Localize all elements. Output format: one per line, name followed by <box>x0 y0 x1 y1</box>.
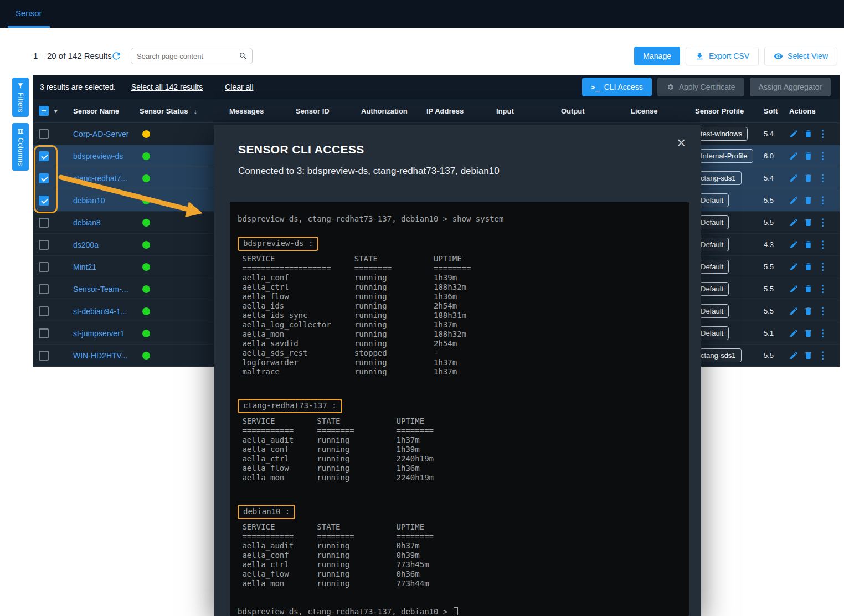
sensor-name-link[interactable]: debian8 <box>73 218 101 227</box>
row-checkbox[interactable] <box>39 284 49 294</box>
service-row: aella_ids running 2h54m <box>238 301 682 311</box>
row-checkbox[interactable] <box>39 196 49 206</box>
apply-certificate-button[interactable]: Apply Certificate <box>657 78 744 96</box>
columns-button[interactable]: Columns <box>12 123 29 171</box>
col-input[interactable]: Input <box>491 107 555 115</box>
close-icon[interactable]: × <box>677 136 686 151</box>
row-checkbox[interactable] <box>39 218 49 228</box>
sensor-name-link[interactable]: st-jumpserver1 <box>73 329 125 338</box>
edit-icon[interactable] <box>789 240 799 249</box>
edit-icon[interactable] <box>789 129 799 138</box>
col-sensor-name[interactable]: Sensor Name <box>68 107 134 115</box>
col-authorization[interactable]: Authorization <box>356 107 421 115</box>
trash-icon[interactable] <box>804 129 813 138</box>
sensor-name-link[interactable]: debian10 <box>73 196 105 205</box>
service-row: aella_mon running 773h44m <box>238 579 682 588</box>
kebab-menu-icon[interactable]: ⋮ <box>818 284 827 294</box>
edit-icon[interactable] <box>789 262 799 271</box>
assign-aggregator-button[interactable]: Assign Aggregator <box>750 78 831 96</box>
trash-icon[interactable] <box>804 218 813 227</box>
row-checkbox[interactable] <box>39 262 49 272</box>
edit-icon[interactable] <box>789 151 799 161</box>
status-dot <box>142 352 150 360</box>
row-checkbox[interactable] <box>39 173 49 183</box>
host-section-label: debian10 : <box>238 504 682 520</box>
software-version: 6.0 <box>764 152 774 160</box>
kebab-menu-icon[interactable]: ⋮ <box>818 129 827 138</box>
row-checkbox[interactable] <box>39 306 49 316</box>
col-sensor-id[interactable]: Sensor ID <box>290 107 356 115</box>
sensor-profile-value[interactable]: ctang-sds1 <box>695 171 742 185</box>
sensor-name-link[interactable]: ctang-redhat7... <box>73 174 127 183</box>
kebab-menu-icon[interactable]: ⋮ <box>818 262 827 271</box>
trash-icon[interactable] <box>804 328 813 338</box>
kebab-menu-icon[interactable]: ⋮ <box>818 173 827 183</box>
export-csv-button[interactable]: Export CSV <box>686 47 759 65</box>
sensor-profile-value[interactable]: ctang-sds1 <box>695 348 742 362</box>
service-row: aella_mon running 188h32m <box>238 330 682 339</box>
row-checkbox[interactable] <box>39 129 49 139</box>
edit-icon[interactable] <box>789 284 799 294</box>
status-dot <box>142 152 150 160</box>
chevron-down-icon[interactable]: ▾ <box>54 107 58 115</box>
status-dot <box>142 241 150 249</box>
refresh-icon[interactable] <box>111 50 122 61</box>
kebab-menu-icon[interactable]: ⋮ <box>818 196 827 205</box>
sensor-name-link[interactable]: Mint21 <box>73 263 96 271</box>
sensor-profile-value[interactable]: test-windows <box>695 127 748 141</box>
kebab-menu-icon[interactable]: ⋮ <box>818 328 827 338</box>
edit-icon[interactable] <box>789 306 799 316</box>
sensor-profile-value[interactable]: Internal-Profile <box>695 149 753 163</box>
cli-access-button[interactable]: >_ CLI Access <box>582 78 652 96</box>
manage-button[interactable]: Manage <box>634 47 680 65</box>
kebab-menu-icon[interactable]: ⋮ <box>818 306 827 316</box>
col-ip-address[interactable]: IP Address <box>421 107 491 115</box>
edit-icon[interactable] <box>789 328 799 338</box>
row-checkbox[interactable] <box>39 151 49 161</box>
row-checkbox[interactable] <box>39 328 49 338</box>
sensor-name-link[interactable]: ds200a <box>73 240 99 249</box>
col-software[interactable]: Soft <box>758 107 784 115</box>
select-all-link[interactable]: Select all 142 results <box>131 83 203 91</box>
trash-icon[interactable] <box>804 262 813 271</box>
trash-icon[interactable] <box>804 196 813 205</box>
kebab-menu-icon[interactable]: ⋮ <box>818 218 827 227</box>
sensor-name-link[interactable]: bdspreview-ds <box>73 152 123 161</box>
trash-icon[interactable] <box>804 351 813 360</box>
kebab-menu-icon[interactable]: ⋮ <box>818 351 827 360</box>
trash-icon[interactable] <box>804 173 813 183</box>
sensor-name-link[interactable]: Corp-AD-Server <box>73 130 128 138</box>
trash-icon[interactable] <box>804 284 813 294</box>
sensor-name-link[interactable]: Sensor-Team-... <box>73 285 128 294</box>
edit-icon[interactable] <box>789 173 799 183</box>
trash-icon[interactable] <box>804 240 813 249</box>
terminal-output[interactable]: bdspreview-ds, ctang-redhat73-137, debia… <box>230 202 689 616</box>
trash-icon[interactable] <box>804 306 813 316</box>
clear-all-link[interactable]: Clear all <box>225 83 253 91</box>
col-license[interactable]: License <box>625 107 689 115</box>
modal-title: SENSOR CLI ACCESS <box>238 143 364 156</box>
terminal-input-line[interactable]: bdspreview-ds, ctang-redhat73-137, debia… <box>238 607 682 616</box>
sensor-name-link[interactable]: WIN-HD2HTV... <box>73 351 127 360</box>
row-checkbox[interactable] <box>39 351 49 361</box>
kebab-menu-icon[interactable]: ⋮ <box>818 240 827 249</box>
software-version: 5.5 <box>764 196 774 204</box>
col-messages[interactable]: Messages <box>224 107 290 115</box>
sensor-name-link[interactable]: st-debian94-1... <box>73 307 127 316</box>
col-sensor-profile[interactable]: Sensor Profile <box>689 107 758 115</box>
col-output[interactable]: Output <box>555 107 625 115</box>
edit-icon[interactable] <box>789 196 799 205</box>
trash-icon[interactable] <box>804 151 813 161</box>
col-sensor-status[interactable]: Sensor Status↓ <box>134 107 224 115</box>
kebab-menu-icon[interactable]: ⋮ <box>818 151 827 161</box>
host-section-label: ctang-redhat73-137 : <box>238 398 682 414</box>
select-all-checkbox[interactable] <box>39 106 49 116</box>
search-input[interactable] <box>137 52 239 60</box>
filters-button[interactable]: Filters <box>12 78 29 117</box>
download-icon <box>695 52 704 61</box>
edit-icon[interactable] <box>789 351 799 360</box>
select-view-button[interactable]: Select View <box>764 47 837 65</box>
tab-sensor[interactable]: Sensor <box>8 0 50 28</box>
edit-icon[interactable] <box>789 218 799 227</box>
row-checkbox[interactable] <box>39 240 49 250</box>
